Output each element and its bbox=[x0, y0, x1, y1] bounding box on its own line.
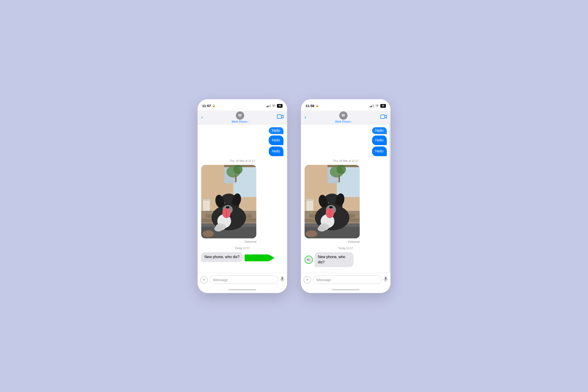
green-arrow-annotation bbox=[244, 252, 274, 264]
mic-button-2[interactable] bbox=[384, 277, 388, 283]
svg-rect-15 bbox=[204, 199, 210, 201]
back-button-1[interactable]: ‹ bbox=[201, 115, 203, 120]
svg-rect-54 bbox=[306, 199, 313, 211]
svg-point-71 bbox=[306, 230, 317, 237]
battery-icon-1: 68 bbox=[277, 104, 282, 108]
wifi-icon-2 bbox=[375, 104, 379, 108]
status-bar-2: 11:58 🔒 68 bbox=[301, 99, 390, 111]
messages-area-1[interactable]: Hello Hello Hello Thu, 16 Mar at 12:17 bbox=[198, 124, 287, 273]
timestamp-today-1: Today 11:57 bbox=[201, 247, 284, 250]
dog-image-2 bbox=[304, 165, 360, 238]
delivered-text-1: Delivered bbox=[201, 240, 256, 244]
svg-rect-0 bbox=[277, 115, 281, 118]
partial-message-2: Hello bbox=[372, 127, 387, 134]
status-time-2: 11:58 🔒 bbox=[306, 104, 319, 108]
nav-header-2: ‹ W Work Phone › bbox=[301, 111, 390, 124]
status-icons-2: 68 bbox=[370, 104, 386, 108]
input-bar-1: + iMessage bbox=[198, 273, 287, 286]
reply-button-2[interactable] bbox=[304, 256, 313, 264]
video-button-1[interactable] bbox=[277, 114, 284, 120]
nav-header-1: ‹ W Work Phone › bbox=[198, 111, 287, 124]
lock-icon-1: 🔒 bbox=[212, 104, 216, 107]
svg-point-33 bbox=[233, 165, 242, 174]
message-new-phone-1: New phone, who dis? bbox=[201, 252, 243, 262]
svg-point-62 bbox=[329, 206, 333, 208]
svg-marker-37 bbox=[269, 254, 274, 261]
message-hello-2: Hello bbox=[269, 146, 284, 156]
battery-icon-2: 68 bbox=[380, 104, 386, 108]
signal-icon-2 bbox=[370, 104, 374, 107]
phone-1: 11:57 🔒 68 ‹ bbox=[198, 99, 287, 293]
svg-point-70 bbox=[318, 226, 326, 232]
plus-button-2[interactable]: + bbox=[304, 276, 311, 284]
message-input-2[interactable]: iMessage bbox=[313, 276, 382, 284]
dog-image-1 bbox=[201, 165, 256, 238]
dog-image-container-2 bbox=[304, 165, 360, 238]
svg-rect-40 bbox=[380, 115, 385, 118]
nav-center-2[interactable]: W Work Phone › bbox=[335, 112, 352, 123]
svg-point-30 bbox=[214, 226, 222, 232]
wifi-icon-1 bbox=[272, 104, 276, 108]
svg-point-31 bbox=[202, 230, 214, 237]
input-bar-2: + iMessage bbox=[301, 273, 390, 286]
status-time-1: 11:57 🔒 bbox=[202, 104, 216, 108]
contact-avatar-2: W bbox=[339, 112, 348, 120]
message-hello-3: Hello bbox=[372, 136, 387, 145]
timestamp-today-2: Today 11:57 bbox=[304, 247, 387, 250]
timestamp-mar-1: Thu, 16 Mar at 12:17 bbox=[201, 159, 284, 162]
phone-2: 11:58 🔒 68 ‹ bbox=[301, 99, 390, 293]
svg-point-73 bbox=[337, 165, 346, 174]
contact-name-1: Work Phone › bbox=[232, 120, 248, 123]
svg-rect-14 bbox=[203, 199, 210, 211]
svg-point-25 bbox=[224, 202, 225, 204]
message-new-phone-2: New phone, who dis? bbox=[315, 252, 354, 267]
received-message-row-2: New phone, who dis? bbox=[304, 252, 356, 267]
partial-message-1: Hello bbox=[269, 127, 284, 134]
home-indicator-1 bbox=[198, 286, 287, 293]
svg-rect-74 bbox=[338, 175, 340, 182]
timestamp-mar-2: Thu, 16 Mar at 12:17 bbox=[304, 159, 387, 162]
messages-area-2[interactable]: Hello Hello Hello Thu, 16 Mar at 12:17 bbox=[301, 124, 390, 273]
svg-rect-49 bbox=[304, 219, 316, 222]
contact-name-2: Work Phone › bbox=[335, 120, 352, 123]
svg-rect-36 bbox=[244, 254, 269, 261]
received-message-row-1: New phone, who dis? bbox=[201, 252, 274, 264]
scrollbar-2 bbox=[389, 124, 390, 272]
svg-rect-9 bbox=[201, 219, 213, 222]
svg-rect-34 bbox=[235, 175, 236, 182]
svg-point-65 bbox=[328, 202, 329, 204]
signal-icon-1 bbox=[266, 104, 270, 107]
lock-icon-2: 🔒 bbox=[316, 104, 319, 107]
dog-image-container-1 bbox=[201, 165, 256, 238]
reply-btn-wrapper bbox=[304, 256, 313, 264]
contact-avatar-1: W bbox=[236, 112, 244, 120]
svg-rect-55 bbox=[307, 199, 313, 201]
plus-button-1[interactable]: + bbox=[200, 276, 208, 284]
home-indicator-2 bbox=[301, 286, 390, 293]
message-hello-1: Hello bbox=[269, 136, 284, 145]
status-bar-1: 11:57 🔒 68 bbox=[198, 99, 287, 111]
svg-point-22 bbox=[226, 206, 230, 208]
video-button-2[interactable] bbox=[380, 114, 387, 120]
message-hello-4: Hello bbox=[372, 146, 387, 156]
nav-center-1[interactable]: W Work Phone › bbox=[232, 112, 248, 123]
status-icons-1: 68 bbox=[266, 104, 282, 108]
mic-button-1[interactable] bbox=[280, 277, 284, 283]
back-button-2[interactable]: ‹ bbox=[304, 115, 306, 120]
message-input-1[interactable]: iMessage bbox=[210, 276, 278, 284]
svg-rect-38 bbox=[281, 277, 283, 280]
delivered-text-2: Delivered bbox=[304, 240, 360, 244]
svg-rect-75 bbox=[385, 277, 386, 280]
